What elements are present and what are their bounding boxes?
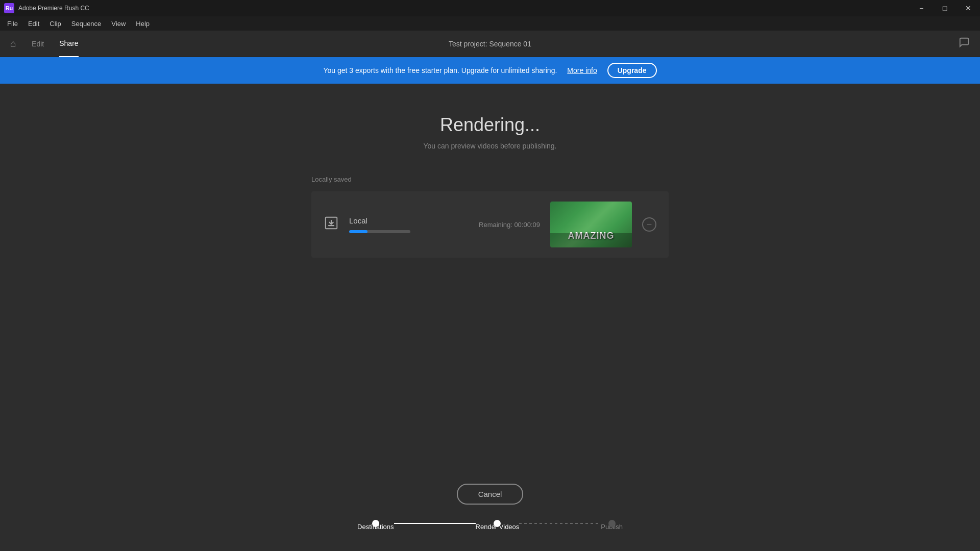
- main-content: Rendering... You can preview videos befo…: [0, 84, 980, 551]
- step-connector-2: [519, 523, 601, 524]
- chat-icon[interactable]: [959, 37, 970, 51]
- home-button[interactable]: ⌂: [10, 38, 16, 49]
- progress-bar-fill: [349, 230, 368, 233]
- project-title: Test project: Sequence 01: [449, 40, 531, 48]
- render-section: Locally saved Local Remaining: 00:00:09: [311, 176, 669, 258]
- app-icon: Ru: [4, 3, 14, 13]
- progress-steps: Destinations Render Videos Publish: [357, 520, 623, 531]
- menu-edit[interactable]: Edit: [23, 16, 44, 31]
- banner-text: You get 3 exports with the free starter …: [323, 66, 557, 74]
- title-bar: Ru Adobe Premiere Rush CC − □ ✕: [0, 0, 980, 16]
- tab-share[interactable]: Share: [59, 31, 78, 57]
- remove-button[interactable]: −: [642, 217, 656, 232]
- rendering-subtitle: You can preview videos before publishing…: [424, 142, 557, 150]
- title-bar-title: Adobe Premiere Rush CC: [18, 5, 89, 12]
- menu-help[interactable]: Help: [131, 16, 155, 31]
- step-connector-1: [394, 523, 476, 524]
- maximize-button[interactable]: □: [933, 0, 957, 16]
- menu-bar: File Edit Clip Sequence View Help: [0, 16, 980, 31]
- step-publish: Publish: [601, 520, 623, 531]
- locally-saved-label: Locally saved: [311, 176, 669, 183]
- bottom-controls: Cancel Destinations Render Videos Publis…: [0, 484, 980, 551]
- video-thumbnail: AMAZING: [550, 202, 632, 247]
- step-destinations: Destinations: [357, 520, 394, 531]
- close-button[interactable]: ✕: [957, 0, 980, 16]
- progress-bar-container: [349, 230, 410, 233]
- nav-bar: ⌂ Edit Share Test project: Sequence 01: [0, 31, 980, 57]
- title-bar-controls: − □ ✕: [910, 0, 980, 16]
- step-render: Render Videos: [476, 520, 520, 531]
- menu-clip[interactable]: Clip: [44, 16, 66, 31]
- render-card: Local Remaining: 00:00:09 AMAZING −: [311, 191, 669, 258]
- upgrade-button[interactable]: Upgrade: [607, 63, 657, 78]
- step-dot-publish: [608, 520, 616, 527]
- cancel-button[interactable]: Cancel: [457, 484, 524, 505]
- render-info: Local: [349, 216, 469, 233]
- upgrade-banner: You get 3 exports with the free starter …: [0, 57, 980, 84]
- menu-view[interactable]: View: [106, 16, 131, 31]
- thumbnail-boat: [550, 233, 632, 247]
- menu-sequence[interactable]: Sequence: [66, 16, 107, 31]
- step-dot-destinations: [372, 520, 379, 527]
- more-info-button[interactable]: More info: [567, 66, 597, 74]
- rendering-title: Rendering...: [440, 114, 540, 136]
- menu-file[interactable]: File: [2, 16, 23, 31]
- render-label: Local: [349, 216, 469, 225]
- minimize-button[interactable]: −: [910, 0, 933, 16]
- download-icon: [324, 215, 339, 234]
- remaining-text: Remaining: 00:00:09: [479, 221, 540, 229]
- tab-edit[interactable]: Edit: [32, 31, 44, 57]
